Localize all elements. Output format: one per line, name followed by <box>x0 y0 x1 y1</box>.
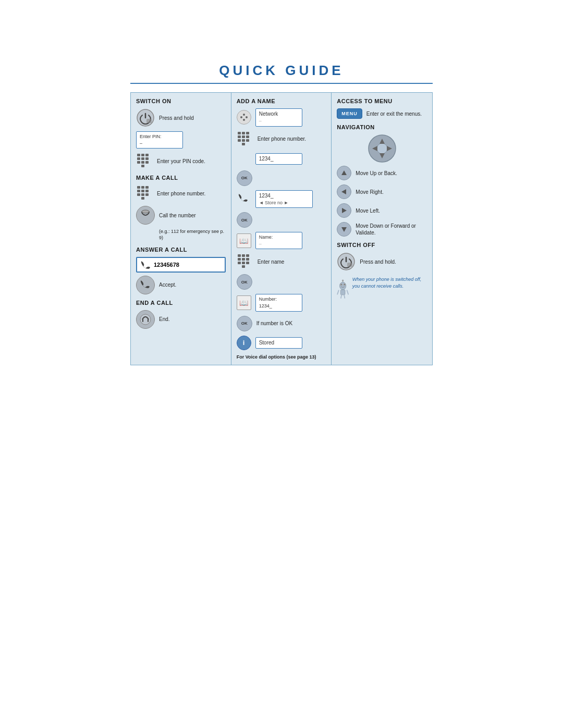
svg-rect-42 <box>246 254 249 257</box>
svg-rect-43 <box>238 258 241 261</box>
switch-off-note: When your phone is switched off, you can… <box>352 276 427 289</box>
switch-on-title: SWITCH ON <box>136 98 226 104</box>
menu-desc: Enter or exit the menus. <box>366 110 422 117</box>
svg-rect-39 <box>242 143 245 145</box>
svg-rect-36 <box>238 139 241 142</box>
svg-rect-21 <box>141 197 144 200</box>
accept-row: Accept. <box>136 276 226 294</box>
move-up-label: Move Up or Back. <box>356 170 397 177</box>
add-name-title: ADD A NAME <box>237 98 326 104</box>
svg-rect-1 <box>146 119 152 123</box>
number-screen: Number: 1234_ <box>255 294 302 311</box>
dots-icon-1 <box>237 110 251 125</box>
info-icon: i <box>237 336 251 350</box>
robot-icon <box>337 276 349 303</box>
number-screen-line1: Number: <box>259 296 299 303</box>
svg-point-26 <box>240 116 242 118</box>
ok-button-1[interactable]: OK <box>237 170 252 186</box>
column-3: ACCESS TO MENU MENU Enter or exit the me… <box>332 93 432 365</box>
note-row: When your phone is switched off, you can… <box>337 276 427 303</box>
svg-rect-31 <box>242 132 245 134</box>
enter-phone-row: Enter phone number. <box>237 131 326 147</box>
ok-button-2[interactable]: OK <box>237 212 252 228</box>
svg-rect-33 <box>238 135 241 138</box>
svg-rect-8 <box>137 161 140 164</box>
svg-rect-69 <box>341 290 346 295</box>
svg-rect-13 <box>141 186 144 189</box>
end-call-title: END A CALL <box>136 300 226 306</box>
end-icon <box>136 310 155 329</box>
svg-rect-2 <box>137 154 140 156</box>
nav-cross-container <box>337 134 427 163</box>
svg-rect-10 <box>145 161 149 164</box>
phone-number2-row: 1234_ ◄ Store no ► <box>237 190 326 208</box>
access-menu-title: ACCESS TO MENU <box>337 98 427 104</box>
svg-point-23 <box>140 314 151 325</box>
switch-off-label: Press and hold. <box>360 258 396 265</box>
svg-rect-30 <box>238 132 241 134</box>
left-circle <box>337 203 351 218</box>
svg-rect-9 <box>141 161 144 164</box>
keypad-icon-4 <box>237 253 253 270</box>
pin-label: Enter your PIN code. <box>157 158 205 165</box>
stored-screen: Stored <box>255 337 302 349</box>
stored-row: i Stored <box>237 336 326 350</box>
ok-row-3: OK <box>237 274 326 290</box>
call-button-row: Call the number <box>136 206 226 225</box>
svg-rect-45 <box>246 258 249 261</box>
power-off-icon <box>337 252 356 271</box>
main-grid: SWITCH ON Press and hold Enter PIN: <box>130 92 433 365</box>
move-up-row: Move Up or Back. <box>337 166 427 180</box>
end-row: End. <box>136 310 226 329</box>
keypad-icon-3 <box>237 131 253 147</box>
pin-line2: – <box>140 140 179 147</box>
svg-point-62 <box>340 282 346 290</box>
svg-point-28 <box>246 116 248 118</box>
ok-button-3[interactable]: OK <box>237 274 252 290</box>
svg-rect-12 <box>137 186 140 189</box>
ok-row-2: OK <box>237 212 326 228</box>
svg-rect-4 <box>145 154 149 156</box>
svg-point-29 <box>243 119 245 121</box>
svg-point-66 <box>344 284 345 285</box>
name-screen: Name: – <box>255 232 302 249</box>
phone-number1-screen: 1234_ <box>255 153 302 165</box>
book-icon-1: 📖 <box>237 233 251 248</box>
make-call-title: MAKE A CALL <box>136 175 226 181</box>
right-circle <box>337 184 351 199</box>
svg-marker-59 <box>341 227 347 232</box>
accept-icon <box>136 276 155 294</box>
name-screen-line1: Name: <box>259 234 299 241</box>
pin-screen-row: Enter PIN: – <box>136 131 226 149</box>
menu-button[interactable]: MENU <box>337 108 362 119</box>
answer-phone-icon <box>140 260 151 269</box>
ok-button-4[interactable]: OK <box>237 316 252 331</box>
column-1: SWITCH ON Press and hold Enter PIN: <box>131 93 231 365</box>
navigation-title: NAVIGATION <box>337 124 427 130</box>
accept-label: Accept. <box>159 281 176 288</box>
svg-rect-44 <box>242 258 245 261</box>
down-circle <box>337 222 351 237</box>
call-note: (e.g.: 112 for emergency see p. 9) <box>159 229 226 241</box>
network-text: Network <box>259 110 299 118</box>
svg-rect-3 <box>141 154 144 156</box>
svg-rect-49 <box>242 265 245 268</box>
nav-cross-icon <box>368 134 396 163</box>
svg-rect-19 <box>141 193 144 196</box>
svg-rect-35 <box>246 135 249 138</box>
svg-rect-37 <box>242 139 245 142</box>
call-note-row: (e.g.: 112 for emergency see p. 9) <box>136 229 226 241</box>
svg-point-51 <box>377 143 387 154</box>
number-screen-line2: 1234_ <box>259 303 299 310</box>
up-circle <box>337 166 351 180</box>
keypad-icon-1 <box>136 153 153 169</box>
svg-rect-48 <box>246 262 249 264</box>
svg-line-73 <box>344 295 345 298</box>
ok-row-4: OK If number is OK <box>237 316 326 331</box>
book-icon-2: 📖 <box>237 295 251 310</box>
ok-row-1: OK <box>237 170 326 186</box>
end-label: End. <box>159 316 170 323</box>
title-section: Quick Guide <box>130 63 433 84</box>
phone-number2-screen: 1234_ ◄ Store no ► <box>255 190 313 208</box>
svg-point-27 <box>243 114 245 116</box>
